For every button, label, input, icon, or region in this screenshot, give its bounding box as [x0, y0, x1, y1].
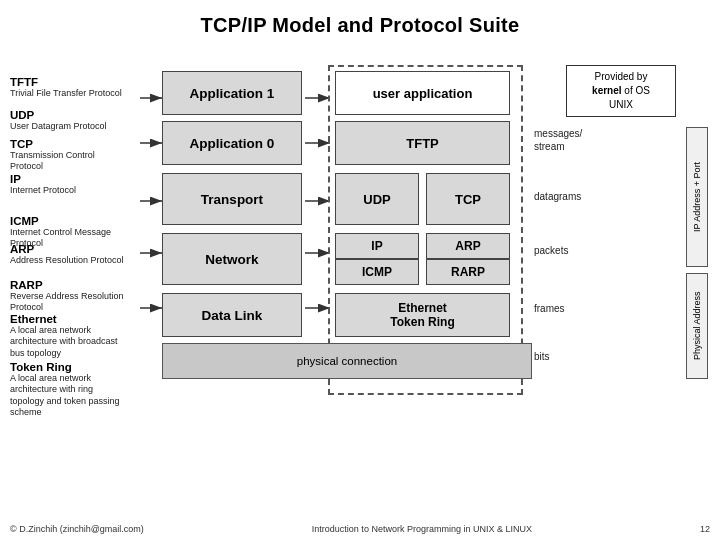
footer-center: Introduction to Network Programming in U…: [312, 524, 532, 534]
arp-label: ARP Address Resolution Protocol: [10, 243, 124, 266]
kernel-box: Provided by kernel of OS UNIX: [566, 65, 676, 117]
physical-connection-bar: physical connection: [162, 343, 532, 379]
bits-annotation: bits: [534, 351, 550, 362]
token-ring-label: Token Ring A local area network architec…: [10, 361, 125, 418]
udp-box: UDP: [335, 173, 419, 225]
page-title: TCP/IP Model and Protocol Suite: [0, 0, 720, 43]
udp-label: UDP User Datagram Protocol: [10, 109, 107, 132]
ip-box: IP: [335, 233, 419, 259]
ip-address-port-label: IP Address + Port: [686, 127, 708, 267]
physical-address-label: Physical Address: [686, 273, 708, 379]
rarp-box: RARP: [426, 259, 510, 285]
messages-stream-annotation: messages/ stream: [534, 127, 604, 153]
transport-box: Transport: [162, 173, 302, 225]
tcp-label: TCP Transmission Control Protocol: [10, 138, 125, 173]
application-0-box: Application 0: [162, 121, 302, 165]
ethernet-label: Ethernet A local area network architectu…: [10, 313, 125, 359]
data-link-box: Data Link: [162, 293, 302, 337]
network-box: Network: [162, 233, 302, 285]
ip-label: IP Internet Protocol: [10, 173, 76, 196]
icmp-box: ICMP: [335, 259, 419, 285]
tcp-box: TCP: [426, 173, 510, 225]
tftp-box: TFTP: [335, 121, 510, 165]
tftf-label: TFTF Trivial File Transfer Protocol: [10, 76, 122, 99]
datagrams-annotation: datagrams: [534, 191, 581, 202]
footer-left: © D.Zinchih (zinchih@gmail.com): [10, 524, 144, 534]
frames-annotation: frames: [534, 303, 565, 314]
ethernet-token-ring-box: Ethernet Token Ring: [335, 293, 510, 337]
arp-box: ARP: [426, 233, 510, 259]
footer: © D.Zinchih (zinchih@gmail.com) Introduc…: [10, 524, 710, 534]
footer-right: 12: [700, 524, 710, 534]
user-application-box: user application: [335, 71, 510, 115]
packets-annotation: packets: [534, 245, 568, 256]
application-1-box: Application 1: [162, 71, 302, 115]
rarp-label: RARP Reverse Address Resolution Protocol: [10, 279, 125, 314]
